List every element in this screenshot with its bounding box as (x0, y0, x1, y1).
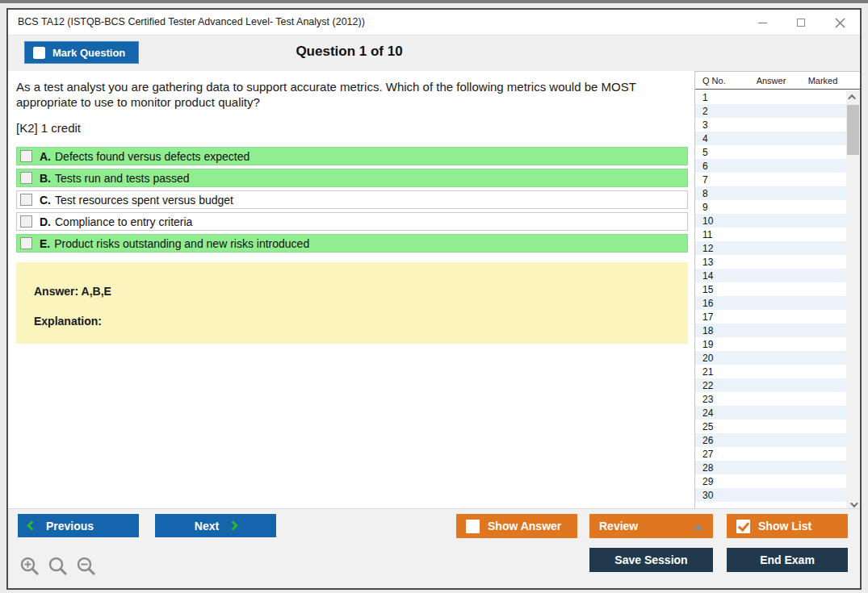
maximize-button[interactable] (792, 14, 810, 31)
question-list-row[interactable]: 9 (695, 200, 846, 214)
show-list-button[interactable]: Show List (727, 514, 848, 538)
cell-c1: 23 (695, 394, 744, 405)
cell-c1: 1 (695, 92, 744, 103)
header-strip: Mark Question Question 1 of 10 (8, 35, 860, 71)
option-checkbox[interactable] (20, 150, 32, 162)
cell-c1: 29 (695, 476, 744, 487)
question-list-row[interactable]: 25 (695, 420, 846, 433)
triangle-up-icon (694, 524, 703, 530)
show-answer-button[interactable]: Show Answer (456, 514, 577, 538)
option-checkbox[interactable] (20, 237, 32, 249)
question-list-row[interactable]: 16 (695, 296, 846, 310)
option-row-a[interactable]: A.Defects found versus defects expected (16, 147, 688, 165)
question-list-row[interactable]: 15 (695, 282, 846, 296)
cell-c1: 22 (695, 380, 744, 391)
cell-c1: 13 (695, 257, 744, 268)
option-row-c[interactable]: C.Test resources spent versus budget (16, 190, 688, 209)
question-list-row[interactable]: 2 (695, 104, 846, 118)
question-list-row[interactable]: 14 (695, 269, 846, 282)
question-list-row[interactable]: 29 (695, 474, 846, 488)
save-session-label: Save Session (614, 553, 687, 566)
cell-c1: 7 (695, 174, 744, 186)
option-letter: B. (40, 172, 51, 185)
question-list-row[interactable]: 1 (695, 90, 846, 104)
next-button[interactable]: Next (155, 514, 276, 537)
column-answer: Answer (744, 76, 799, 86)
question-list-row[interactable]: 24 (695, 406, 846, 420)
cell-c1: 4 (695, 133, 744, 144)
question-list-row[interactable]: 3 (695, 118, 846, 132)
cell-c1: 20 (695, 353, 744, 364)
cell-c1: 5 (695, 147, 744, 158)
review-label: Review (599, 520, 638, 532)
cell-c1: 6 (695, 161, 744, 172)
option-text: Compliance to entry criteria (55, 215, 192, 228)
question-list-row[interactable]: 5 (695, 145, 846, 159)
cell-c1: 2 (695, 106, 744, 117)
question-list-row[interactable]: 22 (695, 378, 846, 392)
previous-button[interactable]: Previous (18, 514, 139, 537)
question-list-row[interactable]: 10 (695, 214, 846, 228)
question-list-row[interactable]: 19 (695, 337, 846, 351)
minimize-icon (758, 23, 767, 23)
question-list-row[interactable]: 27 (695, 447, 846, 461)
zoom-out-button[interactable] (76, 556, 97, 577)
question-list-row[interactable]: 4 (695, 132, 846, 145)
footer: Previous Next (8, 508, 860, 588)
question-list-row[interactable]: 20 (695, 351, 846, 365)
screen-top-edge (0, 0, 868, 3)
cell-c1: 27 (695, 449, 744, 460)
scroll-up-button[interactable] (846, 90, 860, 103)
next-label: Next (195, 520, 219, 532)
minimize-button[interactable] (753, 14, 771, 31)
question-list-row[interactable]: 8 (695, 186, 846, 200)
end-exam-button[interactable]: End Exam (727, 548, 848, 572)
zoom-in-button[interactable] (19, 556, 40, 577)
scrollbar-thumb[interactable] (847, 105, 859, 155)
option-letter: D. (40, 215, 51, 228)
question-list-row[interactable]: 7 (695, 173, 846, 186)
answer-box: Answer: A,B,E Explanation: (16, 262, 688, 344)
show-list-checkbox[interactable] (736, 520, 750, 533)
question-list-row[interactable]: 28 (695, 461, 846, 474)
question-list-row[interactable]: 13 (695, 255, 846, 269)
option-row-b[interactable]: B.Tests run and tests passed (16, 169, 688, 187)
show-answer-checkbox[interactable] (466, 520, 480, 533)
previous-label: Previous (46, 520, 94, 532)
close-button[interactable] (831, 14, 849, 31)
zoom-reset-button[interactable] (48, 556, 69, 577)
scrollbar[interactable] (846, 90, 860, 511)
option-letter: A. (40, 150, 51, 163)
question-list-row[interactable]: 30 (695, 488, 846, 502)
question-list-row[interactable]: 21 (695, 365, 846, 378)
question-list-row[interactable]: 26 (695, 433, 846, 447)
chevron-up-icon (848, 94, 856, 102)
question-list-row[interactable]: 11 (695, 228, 846, 241)
option-checkbox[interactable] (20, 194, 32, 206)
chevron-down-icon (850, 499, 858, 507)
save-session-button[interactable]: Save Session (589, 548, 713, 572)
explanation-label: Explanation: (34, 315, 672, 328)
cell-c1: 16 (695, 298, 744, 309)
chevron-right-icon (228, 520, 238, 531)
cell-c1: 19 (695, 339, 744, 350)
question-list-row[interactable]: 17 (695, 310, 846, 324)
chevron-left-icon (27, 520, 37, 531)
question-list-row[interactable]: 18 (695, 324, 846, 337)
option-checkbox[interactable] (20, 215, 32, 228)
cell-c1: 3 (695, 119, 744, 131)
cell-c1: 12 (695, 243, 744, 254)
zoom-out-icon (76, 556, 97, 577)
zoom-controls (19, 556, 97, 577)
option-row-d[interactable]: D.Compliance to entry criteria (16, 212, 688, 231)
question-list-row[interactable]: 6 (695, 159, 846, 173)
option-row-e[interactable]: E.Product risks outstanding and new risk… (16, 234, 688, 253)
titlebar: BCS TA12 (ISTQB-BCS Certified Tester Adv… (8, 10, 860, 35)
review-button[interactable]: Review (589, 514, 713, 538)
question-list-row[interactable]: 12 (695, 241, 846, 255)
cell-c1: 18 (695, 325, 744, 336)
cell-c1: 17 (695, 311, 744, 323)
question-list-row[interactable]: 23 (695, 392, 846, 406)
answer-label: Answer: A,B,E (34, 285, 672, 298)
option-checkbox[interactable] (20, 172, 32, 184)
